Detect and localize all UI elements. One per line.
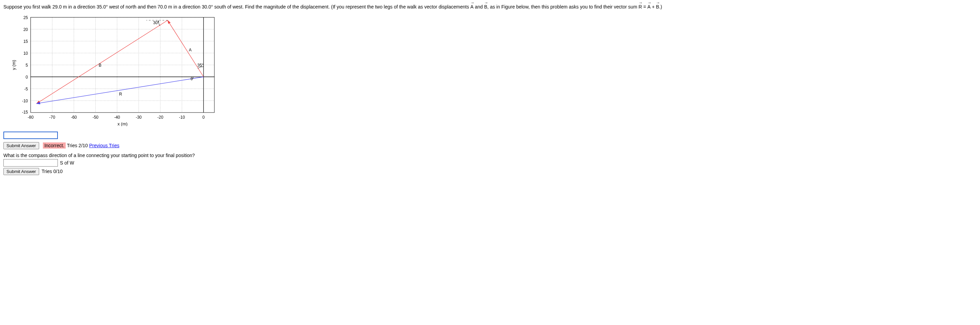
vector-a-symbol: A <box>470 3 473 11</box>
label-a: A <box>189 48 192 52</box>
equals: = <box>642 4 648 10</box>
svg-text:-60: -60 <box>71 115 77 120</box>
y-tick-labels: 25 20 15 10 5 0 -5 -10 -15 <box>22 15 28 114</box>
q-text-c: , as in Figure below, then this problem … <box>487 4 638 10</box>
question-text: Suppose you first walk 29.0 m in a direc… <box>3 3 977 11</box>
vector-chart: -80 -70 -60 -50 -40 -30 -20 -10 0 25 20 … <box>10 14 223 126</box>
label-r: R <box>119 92 122 97</box>
magnitude-input[interactable] <box>3 132 58 139</box>
label-35: 35° <box>197 63 204 68</box>
unit-label: S of W <box>60 160 74 166</box>
vector-r-symbol: R <box>638 3 642 11</box>
svg-text:-50: -50 <box>92 115 99 120</box>
x-tick-labels: -80 -70 -60 -50 -40 -30 -20 -10 0 <box>27 115 205 120</box>
theta-label: θ <box>191 76 193 81</box>
direction-input[interactable] <box>3 159 58 166</box>
submit-button-q1[interactable]: Submit Answer <box>3 142 39 149</box>
label-30: 30° <box>153 21 159 25</box>
svg-text:-70: -70 <box>49 115 56 120</box>
svg-text:-80: -80 <box>27 115 34 120</box>
q-text-b: and <box>474 4 484 10</box>
svg-text:-10: -10 <box>179 115 185 120</box>
vector-b-line <box>37 21 167 104</box>
tries-q1: Tries 2/10 <box>67 143 89 148</box>
submit-button-q2[interactable]: Submit Answer <box>3 168 39 175</box>
y-axis-label: y (m) <box>11 60 16 70</box>
svg-text:5: 5 <box>25 63 28 68</box>
tries-q2: Tries 0/10 <box>41 169 63 174</box>
vector-a-symbol2: A <box>648 3 651 11</box>
svg-text:-20: -20 <box>158 115 164 120</box>
vector-r-line <box>37 77 204 104</box>
svg-text:-15: -15 <box>22 110 28 114</box>
svg-text:0: 0 <box>202 115 205 120</box>
svg-text:25: 25 <box>24 15 28 20</box>
svg-text:-40: -40 <box>114 115 120 120</box>
x-axis-label: x (m) <box>118 121 127 126</box>
svg-text:-5: -5 <box>24 87 28 92</box>
vector-a-line <box>168 21 204 77</box>
vector-b-symbol: B <box>484 3 487 11</box>
vector-b-symbol2: B <box>656 3 659 11</box>
svg-text:-10: -10 <box>22 98 28 103</box>
svg-text:0: 0 <box>25 75 28 79</box>
chart-container: -80 -70 -60 -50 -40 -30 -20 -10 0 25 20 … <box>10 14 977 128</box>
svg-text:15: 15 <box>24 39 28 44</box>
svg-text:-30: -30 <box>136 115 142 120</box>
label-b: B <box>99 63 102 68</box>
svg-text:20: 20 <box>24 27 28 32</box>
svg-text:10: 10 <box>24 51 28 56</box>
q-text-a: Suppose you first walk 29.0 m in a direc… <box>3 4 470 10</box>
incorrect-badge: Incorrect. <box>43 143 65 149</box>
previous-tries-link[interactable]: Previous Tries <box>89 143 119 148</box>
q2-text: What is the compass direction of a line … <box>3 152 977 159</box>
